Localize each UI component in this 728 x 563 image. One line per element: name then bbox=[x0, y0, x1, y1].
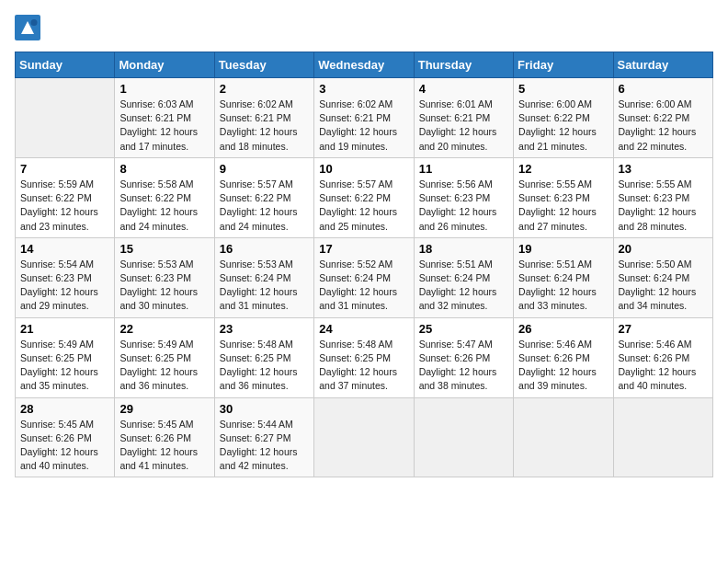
day-number: 29 bbox=[119, 402, 209, 416]
day-number: 9 bbox=[220, 162, 309, 176]
calendar-cell: 6Sunrise: 6:00 AMSunset: 6:22 PMDaylight… bbox=[613, 78, 712, 158]
calendar-cell bbox=[414, 397, 513, 477]
day-info: Sunrise: 5:45 AMSunset: 6:26 PMDaylight:… bbox=[20, 418, 109, 474]
calendar-cell: 9Sunrise: 5:57 AMSunset: 6:22 PMDaylight… bbox=[214, 157, 313, 237]
col-header-sunday: Sunday bbox=[16, 52, 115, 78]
day-info: Sunrise: 5:44 AMSunset: 6:27 PMDaylight:… bbox=[220, 418, 309, 474]
calendar-cell: 4Sunrise: 6:01 AMSunset: 6:21 PMDaylight… bbox=[414, 78, 513, 158]
calendar-cell: 11Sunrise: 5:56 AMSunset: 6:23 PMDayligh… bbox=[414, 157, 513, 237]
calendar-cell: 3Sunrise: 6:02 AMSunset: 6:21 PMDaylight… bbox=[314, 78, 414, 158]
day-info: Sunrise: 5:47 AMSunset: 6:26 PMDaylight:… bbox=[419, 338, 508, 394]
day-number: 10 bbox=[319, 162, 408, 176]
day-info: Sunrise: 6:00 AMSunset: 6:22 PMDaylight:… bbox=[518, 98, 608, 154]
day-info: Sunrise: 5:58 AMSunset: 6:22 PMDaylight:… bbox=[119, 178, 209, 234]
calendar-cell: 23Sunrise: 5:48 AMSunset: 6:25 PMDayligh… bbox=[214, 317, 313, 397]
day-info: Sunrise: 6:02 AMSunset: 6:21 PMDaylight:… bbox=[220, 98, 309, 154]
calendar-cell: 14Sunrise: 5:54 AMSunset: 6:23 PMDayligh… bbox=[16, 237, 115, 317]
day-number: 16 bbox=[220, 242, 309, 256]
calendar-cell: 12Sunrise: 5:55 AMSunset: 6:23 PMDayligh… bbox=[514, 157, 613, 237]
calendar-cell bbox=[16, 78, 115, 158]
day-number: 2 bbox=[220, 82, 309, 96]
day-info: Sunrise: 5:54 AMSunset: 6:23 PMDaylight:… bbox=[20, 258, 109, 314]
calendar-cell: 13Sunrise: 5:55 AMSunset: 6:23 PMDayligh… bbox=[613, 157, 712, 237]
day-info: Sunrise: 5:45 AMSunset: 6:26 PMDaylight:… bbox=[119, 418, 209, 474]
calendar-cell: 19Sunrise: 5:51 AMSunset: 6:24 PMDayligh… bbox=[514, 237, 613, 317]
day-number: 28 bbox=[20, 402, 109, 416]
calendar-week-2: 7Sunrise: 5:59 AMSunset: 6:22 PMDaylight… bbox=[16, 157, 713, 237]
calendar-cell: 17Sunrise: 5:52 AMSunset: 6:24 PMDayligh… bbox=[314, 237, 414, 317]
day-number: 24 bbox=[319, 322, 408, 336]
calendar-header: SundayMondayTuesdayWednesdayThursdayFrid… bbox=[16, 52, 713, 78]
day-number: 15 bbox=[119, 242, 209, 256]
day-info: Sunrise: 5:48 AMSunset: 6:25 PMDaylight:… bbox=[220, 338, 309, 394]
calendar-cell: 28Sunrise: 5:45 AMSunset: 6:26 PMDayligh… bbox=[16, 397, 115, 477]
day-number: 12 bbox=[518, 162, 608, 176]
day-info: Sunrise: 5:51 AMSunset: 6:24 PMDaylight:… bbox=[419, 258, 508, 314]
calendar-cell: 16Sunrise: 5:53 AMSunset: 6:24 PMDayligh… bbox=[214, 237, 313, 317]
day-number: 3 bbox=[319, 82, 408, 96]
day-number: 25 bbox=[419, 322, 508, 336]
calendar-cell: 27Sunrise: 5:46 AMSunset: 6:26 PMDayligh… bbox=[613, 317, 712, 397]
col-header-saturday: Saturday bbox=[613, 52, 712, 78]
day-info: Sunrise: 5:53 AMSunset: 6:23 PMDaylight:… bbox=[119, 258, 209, 314]
calendar-cell: 2Sunrise: 6:02 AMSunset: 6:21 PMDaylight… bbox=[214, 78, 313, 158]
calendar-cell: 10Sunrise: 5:57 AMSunset: 6:22 PMDayligh… bbox=[314, 157, 414, 237]
day-number: 23 bbox=[220, 322, 309, 336]
svg-point-2 bbox=[31, 19, 38, 26]
col-header-thursday: Thursday bbox=[414, 52, 513, 78]
day-number: 18 bbox=[419, 242, 508, 256]
calendar-cell: 25Sunrise: 5:47 AMSunset: 6:26 PMDayligh… bbox=[414, 317, 513, 397]
day-number: 7 bbox=[20, 162, 109, 176]
logo bbox=[15, 15, 42, 40]
day-number: 13 bbox=[619, 162, 708, 176]
day-number: 30 bbox=[220, 402, 309, 416]
calendar-cell: 29Sunrise: 5:45 AMSunset: 6:26 PMDayligh… bbox=[115, 397, 214, 477]
day-info: Sunrise: 5:57 AMSunset: 6:22 PMDaylight:… bbox=[319, 178, 408, 234]
calendar-week-5: 28Sunrise: 5:45 AMSunset: 6:26 PMDayligh… bbox=[16, 397, 713, 477]
col-header-friday: Friday bbox=[514, 52, 613, 78]
day-info: Sunrise: 6:00 AMSunset: 6:22 PMDaylight:… bbox=[619, 98, 708, 154]
calendar-cell: 1Sunrise: 6:03 AMSunset: 6:21 PMDaylight… bbox=[115, 78, 214, 158]
day-number: 6 bbox=[619, 82, 708, 96]
day-number: 11 bbox=[419, 162, 508, 176]
day-number: 4 bbox=[419, 82, 508, 96]
day-info: Sunrise: 5:46 AMSunset: 6:26 PMDaylight:… bbox=[518, 338, 608, 394]
day-number: 19 bbox=[518, 242, 608, 256]
calendar-cell: 18Sunrise: 5:51 AMSunset: 6:24 PMDayligh… bbox=[414, 237, 513, 317]
col-header-tuesday: Tuesday bbox=[214, 52, 313, 78]
day-number: 22 bbox=[119, 322, 209, 336]
day-info: Sunrise: 5:51 AMSunset: 6:24 PMDaylight:… bbox=[518, 258, 608, 314]
day-info: Sunrise: 5:55 AMSunset: 6:23 PMDaylight:… bbox=[619, 178, 708, 234]
day-info: Sunrise: 6:02 AMSunset: 6:21 PMDaylight:… bbox=[319, 98, 408, 154]
calendar-cell: 15Sunrise: 5:53 AMSunset: 6:23 PMDayligh… bbox=[115, 237, 214, 317]
calendar-cell: 22Sunrise: 5:49 AMSunset: 6:25 PMDayligh… bbox=[115, 317, 214, 397]
day-info: Sunrise: 5:48 AMSunset: 6:25 PMDaylight:… bbox=[319, 338, 408, 394]
day-number: 1 bbox=[119, 82, 209, 96]
calendar-cell: 26Sunrise: 5:46 AMSunset: 6:26 PMDayligh… bbox=[514, 317, 613, 397]
day-number: 27 bbox=[619, 322, 708, 336]
calendar-week-4: 21Sunrise: 5:49 AMSunset: 6:25 PMDayligh… bbox=[16, 317, 713, 397]
day-number: 21 bbox=[20, 322, 109, 336]
day-info: Sunrise: 5:49 AMSunset: 6:25 PMDaylight:… bbox=[20, 338, 109, 394]
day-info: Sunrise: 5:49 AMSunset: 6:25 PMDaylight:… bbox=[119, 338, 209, 394]
day-info: Sunrise: 5:57 AMSunset: 6:22 PMDaylight:… bbox=[220, 178, 309, 234]
day-number: 14 bbox=[20, 242, 109, 256]
calendar-cell: 5Sunrise: 6:00 AMSunset: 6:22 PMDaylight… bbox=[514, 78, 613, 158]
day-info: Sunrise: 5:53 AMSunset: 6:24 PMDaylight:… bbox=[220, 258, 309, 314]
calendar-cell: 21Sunrise: 5:49 AMSunset: 6:25 PMDayligh… bbox=[16, 317, 115, 397]
page-header bbox=[15, 15, 713, 40]
logo-icon bbox=[15, 15, 40, 40]
day-number: 20 bbox=[619, 242, 708, 256]
calendar-cell: 20Sunrise: 5:50 AMSunset: 6:24 PMDayligh… bbox=[613, 237, 712, 317]
day-info: Sunrise: 6:01 AMSunset: 6:21 PMDaylight:… bbox=[419, 98, 508, 154]
calendar-cell: 7Sunrise: 5:59 AMSunset: 6:22 PMDaylight… bbox=[16, 157, 115, 237]
calendar-cell: 30Sunrise: 5:44 AMSunset: 6:27 PMDayligh… bbox=[214, 397, 313, 477]
calendar-week-1: 1Sunrise: 6:03 AMSunset: 6:21 PMDaylight… bbox=[16, 78, 713, 158]
day-info: Sunrise: 5:56 AMSunset: 6:23 PMDaylight:… bbox=[419, 178, 508, 234]
col-header-monday: Monday bbox=[115, 52, 214, 78]
col-header-wednesday: Wednesday bbox=[314, 52, 414, 78]
day-info: Sunrise: 5:55 AMSunset: 6:23 PMDaylight:… bbox=[518, 178, 608, 234]
calendar-cell bbox=[514, 397, 613, 477]
day-info: Sunrise: 5:59 AMSunset: 6:22 PMDaylight:… bbox=[20, 178, 109, 234]
calendar-week-3: 14Sunrise: 5:54 AMSunset: 6:23 PMDayligh… bbox=[16, 237, 713, 317]
